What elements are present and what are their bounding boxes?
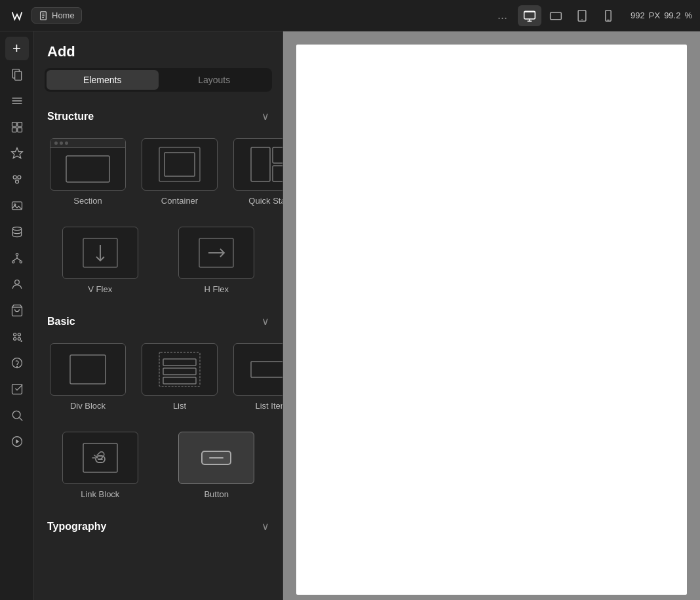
- div-block-element-icon: [50, 343, 126, 396]
- svg-rect-7: [524, 11, 535, 13]
- div-block-label: Div Block: [70, 401, 106, 411]
- typography-chevron-icon: ∨: [262, 520, 269, 533]
- flex-elements-grid: V Flex H Flex: [34, 221, 282, 310]
- svg-point-41: [20, 340, 22, 342]
- icon-sidebar: +: [0, 31, 34, 600]
- svg-point-24: [17, 176, 20, 179]
- h-flex-element[interactable]: H Flex: [161, 221, 273, 299]
- tab-elements[interactable]: Elements: [47, 70, 159, 90]
- container-element-icon: [142, 138, 218, 191]
- button-label: Button: [204, 489, 229, 499]
- add-element-button[interactable]: +: [5, 37, 29, 60]
- div-block-element[interactable]: Div Block: [45, 338, 131, 416]
- structure-section-header[interactable]: Structure ∨: [34, 102, 282, 130]
- svg-rect-59: [70, 355, 106, 384]
- colors-button[interactable]: [5, 168, 29, 191]
- hamburger-menu-button[interactable]: [5, 89, 29, 113]
- link-block-element[interactable]: Link Block: [45, 426, 156, 504]
- button-element[interactable]: Button: [161, 426, 273, 504]
- basic-section-header[interactable]: Basic ∨: [34, 310, 282, 335]
- panel-title: Add: [34, 31, 282, 68]
- svg-rect-51: [165, 153, 195, 176]
- typography-section-header[interactable]: Typography ∨: [34, 515, 282, 540]
- svg-rect-11: [606, 10, 611, 21]
- tab-layouts[interactable]: Layouts: [159, 70, 271, 90]
- svg-line-33: [13, 258, 17, 261]
- view-mode-buttons: [518, 5, 620, 26]
- size-px-value: 992: [631, 10, 645, 20]
- components-button[interactable]: [5, 115, 29, 139]
- svg-rect-64: [251, 362, 283, 377]
- v-flex-element[interactable]: V Flex: [45, 221, 156, 299]
- forms-button[interactable]: [5, 377, 29, 401]
- svg-rect-60: [159, 352, 200, 386]
- search-button[interactable]: [5, 403, 29, 427]
- list-item-label: List Item: [255, 401, 283, 411]
- svg-rect-54: [273, 166, 283, 181]
- help-button[interactable]: [5, 351, 29, 375]
- svg-point-30: [12, 261, 14, 263]
- h-flex-label: H Flex: [204, 284, 229, 294]
- section-label: Section: [73, 196, 102, 206]
- svg-point-35: [14, 280, 19, 284]
- svg-rect-53: [273, 147, 283, 163]
- image-button[interactable]: [5, 194, 29, 217]
- cart-button[interactable]: [5, 299, 29, 322]
- structure-elements-grid: Section Container: [34, 130, 282, 221]
- svg-rect-62: [163, 368, 196, 375]
- svg-marker-48: [16, 440, 19, 444]
- svg-point-40: [18, 337, 20, 340]
- document-icon: [39, 11, 48, 20]
- user-button[interactable]: [5, 272, 29, 296]
- section-element[interactable]: Section: [45, 133, 131, 211]
- basic-section-title: Basic: [47, 316, 75, 328]
- main-layout: +: [0, 31, 700, 600]
- svg-marker-22: [11, 148, 22, 159]
- list-item-element[interactable]: List Item: [228, 338, 283, 416]
- svg-point-10: [581, 19, 583, 20]
- assets-button[interactable]: [5, 141, 29, 165]
- button-element-icon: [178, 432, 254, 484]
- svg-rect-18: [12, 122, 16, 127]
- integrations-button[interactable]: [5, 246, 29, 270]
- more-options-button[interactable]: ...: [492, 6, 513, 25]
- svg-rect-52: [251, 147, 270, 181]
- list-element[interactable]: List: [136, 338, 223, 416]
- element-tabs: Elements Layouts: [45, 68, 272, 92]
- svg-rect-21: [17, 128, 22, 132]
- container-element[interactable]: Container: [136, 133, 223, 211]
- svg-point-43: [16, 366, 17, 367]
- home-button[interactable]: Home: [31, 7, 82, 24]
- apps-button[interactable]: [5, 325, 29, 348]
- link-block-element-icon: [62, 432, 138, 484]
- app-logo: [8, 7, 26, 25]
- structure-section-title: Structure: [47, 111, 94, 122]
- home-label: Home: [52, 10, 75, 20]
- basic-chevron-icon: ∨: [262, 315, 269, 328]
- media-button[interactable]: [5, 430, 29, 453]
- svg-rect-49: [66, 156, 109, 182]
- tablet-landscape-view-button[interactable]: [544, 5, 568, 26]
- canvas-page: [296, 45, 687, 595]
- list-label: List: [173, 401, 186, 411]
- svg-rect-19: [17, 122, 22, 127]
- canvas-area[interactable]: [283, 31, 700, 600]
- section-element-icon: [50, 138, 126, 191]
- svg-rect-44: [12, 384, 22, 394]
- svg-rect-65: [83, 443, 117, 472]
- tablet-portrait-view-button[interactable]: [570, 5, 594, 26]
- v-flex-element-icon: [62, 227, 138, 279]
- v-flex-label: V Flex: [88, 284, 112, 294]
- canvas-size: 992 PX 99.2 %: [631, 10, 692, 20]
- mobile-view-button[interactable]: [596, 5, 620, 26]
- database-button[interactable]: [5, 220, 29, 244]
- link-button-grid: Link Block Button: [34, 426, 282, 515]
- quick-stack-element[interactable]: Quick Stack: [228, 133, 283, 211]
- svg-point-23: [13, 176, 16, 179]
- link-block-label: Link Block: [81, 489, 119, 499]
- svg-point-29: [16, 253, 18, 255]
- desktop-view-button[interactable]: [518, 5, 541, 26]
- svg-point-39: [13, 337, 16, 340]
- pages-button[interactable]: [5, 63, 29, 86]
- container-label: Container: [161, 196, 198, 206]
